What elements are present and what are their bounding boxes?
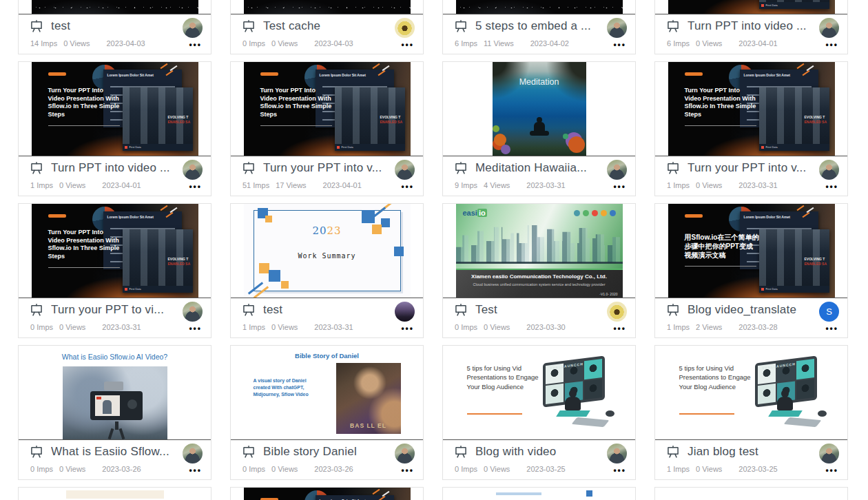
project-thumbnail[interactable]: 2023 Work Summary [231,204,423,298]
project-thumbnail[interactable] [443,0,635,14]
project-thumbnail[interactable]: Lorem Ipsum Dolor Sit Amet EVOLVING TENA… [231,62,423,156]
project-card[interactable]: test 14 Imps 0 Views 2023-04-03 ••• [18,0,211,54]
project-thumbnail[interactable]: easiio Xiamen easiio Communication Techn… [443,204,635,298]
project-thumbnail[interactable]: 5 tips for Using Vid Presentations to En… [655,346,847,440]
project-thumbnail[interactable] [443,488,635,500]
more-options-button[interactable]: ••• [613,324,626,333]
slide-title: Turn Your PPT Into Video Presentation Wi… [685,87,756,126]
project-title: Meditation Hawaiia... [475,161,587,175]
slide-ppt-promo: Lorem Ipsum Dolor Sit Amet EVOLVING TENA… [244,488,411,500]
project-thumbnail[interactable]: What is Easiio Sflow.io AI Video? [19,346,211,440]
project-stats: 0 Imps 0 Views 2023-03-30 [455,323,566,331]
project-title-row: test [231,298,423,317]
project-thumbnail[interactable]: Bible Story of Daniel A visual story of … [231,346,423,440]
more-options-button[interactable]: ••• [189,183,202,191]
project-stats: 0 Imps 0 Views 2023-03-26 [30,465,141,473]
project-card[interactable]: 5 steps to embed a ... 6 Imps 11 Views 2… [442,0,636,54]
presentation-icon [454,445,468,459]
slide-five-tips: 5 tips for Using Vid Presentations to En… [456,346,623,439]
more-options-button[interactable]: ••• [825,466,838,475]
project-card[interactable]: Test cache 0 Imps 0 Views 2023-04-03 ••• [230,0,424,54]
panel-title: Lorem Ipsum Dolor Sit Amet [107,73,154,77]
project-title: Turn your PPT into v... [688,161,806,175]
city-skyline-graphic: easiio [456,204,623,270]
slide-ppt-promo: Lorem Ipsum Dolor Sit Amet EVOLVING TENA… [668,0,835,14]
slide-easiio: easiio Xiamen easiio Communication Techn… [456,204,623,298]
more-options-button[interactable]: ••• [189,41,202,49]
created-date: 2023-04-01 [323,181,362,189]
accent-dash [48,214,66,218]
project-thumbnail[interactable]: Lorem Ipsum Dolor Sit Amet EVOLVING TENA… [655,204,847,298]
impressions-count: 51 Imps [242,181,269,189]
created-date: 2023-03-31 [738,181,777,189]
project-thumbnail[interactable]: 5 tips for Using Vid Presentations to En… [443,346,635,440]
owner-avatar: S [819,302,839,322]
more-options-button[interactable]: ••• [401,466,414,475]
project-thumbnail[interactable]: Meditation [443,62,635,156]
project-thumbnail[interactable]: Lorem Ipsum Dolor Sit Amet EVOLVING TENA… [19,204,211,298]
more-options-button[interactable]: ••• [401,324,414,333]
more-options-button[interactable]: ••• [825,41,838,49]
more-options-button[interactable]: ••• [401,41,414,49]
slide-dark-sparkle [456,0,623,14]
project-card[interactable]: What is Easiio Sflow.io AI Video? What i… [18,345,211,480]
more-options-button[interactable]: ••• [189,466,202,475]
projects-grid: test 14 Imps 0 Views 2023-04-03 ••• [18,0,848,500]
project-thumbnail[interactable] [231,0,423,14]
slide-five-tips: 5 tips for Using Vid Presentations to En… [668,346,835,439]
project-info: test 14 Imps 0 Views 2023-04-03 ••• [19,14,211,54]
project-info: 5 steps to embed a ... 6 Imps 11 Views 2… [443,14,635,54]
presentation-icon [30,303,43,317]
project-card[interactable]: 5 tips for Using Vid Presentations to En… [654,345,848,480]
more-options-button[interactable]: ••• [613,41,626,49]
project-card[interactable]: Lorem Ipsum Dolor Sit Amet EVOLVING TENA… [654,61,848,196]
project-card[interactable]: Lorem Ipsum Dolor Sit Amet EVOLVING TENA… [18,61,211,196]
project-card[interactable]: Lorem Ipsum Dolor Sit Amet EVOLVING TENA… [230,61,424,196]
project-card[interactable]: Bible Story of Daniel A visual story of … [230,345,424,480]
project-card[interactable]: Meditation Meditation Hawaiia... [442,61,636,196]
book-cover-image: BAS LL EL [336,363,401,434]
project-info: Bible story Daniel 0 Imps 0 Views 2023-0… [231,440,423,479]
project-card[interactable]: Lorem Ipsum Dolor Sit Amet EVOLVING TENA… [654,0,848,54]
more-options-button[interactable]: ••• [401,183,414,191]
project-title: Blog video_translate [688,303,796,317]
project-card[interactable]: easiio Xiamen easiio Communication Techn… [442,203,636,338]
slide-dark-sparkle [32,0,198,14]
slide-caption: Meditation [493,77,586,87]
project-thumbnail[interactable] [19,488,211,500]
project-card[interactable]: Lorem Ipsum Dolor Sit Amet EVOLVING TENA… [654,203,848,338]
project-thumbnail[interactable] [655,488,847,500]
project-title-row: Test [443,298,635,317]
more-options-button[interactable]: ••• [825,324,838,333]
more-options-button[interactable]: ••• [825,183,838,191]
presentation-icon [454,303,468,317]
created-date: 2023-03-26 [102,465,141,473]
slide-caption: Work Summary [244,252,411,260]
created-date: 2023-04-01 [102,181,141,189]
accent-dash [48,72,66,76]
project-card[interactable]: Lorem Ipsum Dolor Sit Amet EVOLVING TENA… [230,487,424,500]
project-card[interactable]: 2023 Work Summary test 1 Imps 0 Views 20… [230,203,424,338]
project-thumbnail[interactable]: Lorem Ipsum Dolor Sit Amet EVOLVING TENA… [655,62,847,156]
project-card[interactable]: 5 tips for Using Vid Presentations to En… [442,345,636,480]
project-title: test [263,303,282,317]
views-count: 0 Views [484,465,510,473]
slide-caption: 5 tips for Using Vid Presentations to En… [679,364,752,391]
accent-dash [260,72,278,76]
panel-text: EVOLVING TENABLED SA [805,257,828,266]
project-title: Test [475,303,497,317]
more-options-button[interactable]: ••• [189,324,202,333]
project-thumbnail[interactable] [19,0,211,14]
created-date: 2023-03-31 [526,181,565,189]
project-info: Turn your PPT to vi... 0 Imps 0 Views 20… [19,298,211,337]
presentation-icon [242,303,256,317]
project-thumbnail[interactable]: Lorem Ipsum Dolor Sit Amet EVOLVING TENA… [231,488,423,500]
project-card[interactable] [654,487,848,500]
more-options-button[interactable]: ••• [613,466,626,475]
project-thumbnail[interactable]: Lorem Ipsum Dolor Sit Amet EVOLVING TENA… [19,62,211,156]
project-thumbnail[interactable]: Lorem Ipsum Dolor Sit Amet EVOLVING TENA… [655,0,847,14]
more-options-button[interactable]: ••• [613,183,626,191]
project-card[interactable] [442,487,636,500]
project-card[interactable]: Lorem Ipsum Dolor Sit Amet EVOLVING TENA… [18,203,211,338]
project-card[interactable] [18,487,211,500]
